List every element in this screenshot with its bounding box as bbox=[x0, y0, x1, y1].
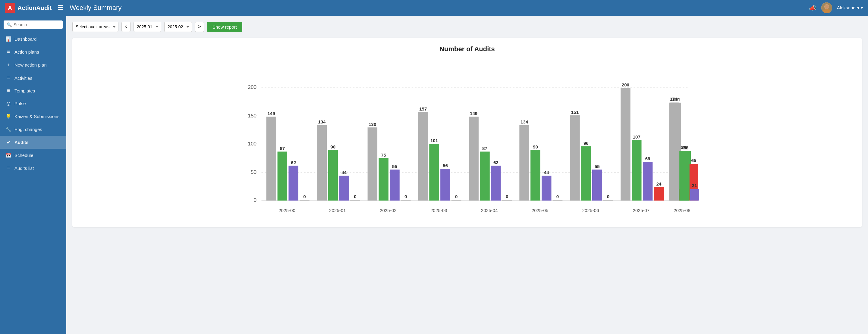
sidebar-item-kaizen[interactable]: 💡 Kaizen & Submissions bbox=[0, 110, 66, 123]
svg-text:65: 65 bbox=[691, 158, 696, 163]
sidebar-item-schedule[interactable]: 📅 Schedule bbox=[0, 149, 66, 162]
page-title: Weekly Summary bbox=[70, 4, 121, 12]
sidebar-item-activities[interactable]: ≡ Activities bbox=[0, 72, 66, 84]
svg-text:150: 150 bbox=[248, 113, 256, 119]
notification-icon[interactable]: 📣 bbox=[809, 4, 816, 11]
app-name: ActionAudit bbox=[18, 4, 52, 11]
svg-text:200: 200 bbox=[622, 82, 629, 87]
svg-rect-79 bbox=[632, 140, 642, 200]
svg-rect-25 bbox=[328, 150, 338, 201]
svg-text:0: 0 bbox=[404, 194, 407, 199]
svg-text:134: 134 bbox=[521, 119, 528, 124]
svg-rect-20 bbox=[300, 200, 310, 201]
svg-rect-104 bbox=[690, 189, 699, 201]
svg-rect-43 bbox=[429, 144, 439, 201]
svg-rect-68 bbox=[570, 115, 580, 201]
date-to-wrapper[interactable]: 2025-01 2025-02 2025-03 2025-04 bbox=[164, 22, 192, 32]
svg-text:157: 157 bbox=[419, 106, 427, 111]
user-name[interactable]: Aleksander ▾ bbox=[837, 5, 863, 10]
hamburger-icon[interactable]: ☰ bbox=[58, 4, 64, 12]
svg-point-3 bbox=[825, 4, 829, 9]
svg-rect-100 bbox=[679, 151, 688, 201]
pulse-icon: ◎ bbox=[5, 101, 11, 106]
sidebar-item-label: Audits list bbox=[14, 166, 34, 171]
date-to-select[interactable]: 2025-01 2025-02 2025-03 2025-04 bbox=[164, 22, 192, 32]
sidebar-item-audits[interactable]: ✔ Audits bbox=[0, 136, 66, 149]
svg-rect-16 bbox=[278, 152, 287, 201]
date-from-wrapper[interactable]: 2025-00 2025-01 2025-01 2025-02 2025-03 bbox=[133, 22, 161, 32]
svg-rect-74 bbox=[603, 200, 613, 201]
svg-text:134: 134 bbox=[318, 119, 326, 124]
audits-icon: ✔ bbox=[5, 139, 11, 145]
svg-text:0: 0 bbox=[607, 194, 610, 199]
audit-area-selector-wrapper[interactable]: Select audit areas bbox=[72, 22, 119, 32]
audits-list-icon: ≡ bbox=[5, 165, 11, 171]
svg-text:0: 0 bbox=[354, 194, 356, 199]
search-icon: 🔍 bbox=[7, 22, 12, 27]
prev-date-button[interactable]: < bbox=[121, 22, 130, 32]
svg-text:2025-00: 2025-00 bbox=[278, 208, 296, 213]
templates-icon: ≡ bbox=[5, 88, 11, 93]
sidebar-item-eng-changes[interactable]: 🔧 Eng. changes bbox=[0, 123, 66, 136]
sidebar-item-templates[interactable]: ≡ Templates bbox=[0, 84, 66, 97]
sidebar-item-dashboard[interactable]: 📊 Dashboard bbox=[0, 33, 66, 45]
svg-text:149: 149 bbox=[470, 111, 477, 116]
schedule-icon: 📅 bbox=[5, 153, 11, 158]
svg-text:151: 151 bbox=[571, 110, 579, 115]
svg-text:21: 21 bbox=[692, 183, 697, 188]
sidebar-item-label: Audits bbox=[14, 140, 29, 145]
svg-text:24: 24 bbox=[656, 181, 661, 187]
search-input[interactable] bbox=[13, 22, 60, 27]
svg-text:0: 0 bbox=[303, 194, 306, 199]
sidebar-item-label: Dashboard bbox=[14, 36, 36, 41]
date-from-select[interactable]: 2025-00 2025-01 2025-01 2025-02 2025-03 bbox=[133, 22, 161, 32]
svg-text:107: 107 bbox=[633, 134, 641, 139]
chart-area: .axis-label { font: 16px Arial; fill: #5… bbox=[82, 60, 853, 218]
eng-changes-icon: 🔧 bbox=[5, 127, 11, 132]
svg-rect-32 bbox=[368, 127, 378, 201]
sidebar-item-action-plans[interactable]: ≡ Action plans bbox=[0, 45, 66, 58]
chart-title: Number of Audits bbox=[82, 45, 853, 53]
show-report-button[interactable]: Show report bbox=[207, 22, 242, 32]
kaizen-icon: 💡 bbox=[5, 113, 11, 119]
sidebar-item-new-action-plan[interactable]: ＋ New action plan bbox=[0, 58, 66, 72]
sidebar-item-audits-list[interactable]: ≡ Audits list bbox=[0, 162, 66, 174]
svg-text:149: 149 bbox=[267, 111, 275, 116]
svg-text:2025-02: 2025-02 bbox=[380, 208, 397, 213]
svg-rect-59 bbox=[519, 125, 529, 201]
logo-icon: A bbox=[5, 3, 15, 13]
svg-rect-50 bbox=[469, 116, 478, 200]
search-box[interactable]: 🔍 bbox=[4, 21, 63, 29]
sidebar-item-label: Activities bbox=[14, 76, 32, 81]
svg-text:75: 75 bbox=[381, 153, 386, 158]
topbar: A ActionAudit ☰ Weekly Summary 📣 Aleksan… bbox=[0, 0, 868, 16]
svg-text:88: 88 bbox=[681, 145, 686, 150]
svg-text:2025-01: 2025-01 bbox=[329, 208, 346, 213]
svg-text:96: 96 bbox=[584, 141, 589, 146]
sidebar-item-label: Pulse bbox=[14, 101, 26, 106]
sidebar-item-label: Templates bbox=[14, 88, 35, 93]
layout: 🔍 📊 Dashboard ≡ Action plans ＋ New actio… bbox=[0, 16, 868, 334]
svg-rect-38 bbox=[401, 200, 411, 201]
svg-rect-47 bbox=[452, 200, 461, 201]
svg-text:44: 44 bbox=[341, 170, 347, 175]
svg-rect-72 bbox=[592, 170, 602, 201]
action-plans-icon: ≡ bbox=[5, 49, 11, 55]
svg-rect-83 bbox=[654, 187, 664, 200]
logo-area: A ActionAudit bbox=[5, 3, 52, 13]
svg-rect-77 bbox=[621, 88, 630, 201]
svg-text:2025-03: 2025-03 bbox=[430, 208, 447, 213]
svg-text:2025-07: 2025-07 bbox=[633, 208, 650, 213]
main-content: Select audit areas < 2025-00 2025-01 202… bbox=[66, 16, 868, 334]
svg-rect-70 bbox=[581, 146, 591, 201]
svg-text:55: 55 bbox=[595, 164, 600, 169]
audit-area-select[interactable]: Select audit areas bbox=[72, 22, 119, 32]
controls-bar: Select audit areas < 2025-00 2025-01 202… bbox=[72, 22, 862, 32]
svg-rect-98 bbox=[670, 103, 678, 201]
sidebar-item-pulse[interactable]: ◎ Pulse bbox=[0, 97, 66, 110]
svg-text:0: 0 bbox=[506, 194, 508, 199]
svg-text:44: 44 bbox=[544, 170, 549, 175]
svg-text:62: 62 bbox=[291, 160, 296, 165]
next-date-button[interactable]: > bbox=[195, 22, 204, 32]
svg-text:0: 0 bbox=[455, 194, 458, 199]
